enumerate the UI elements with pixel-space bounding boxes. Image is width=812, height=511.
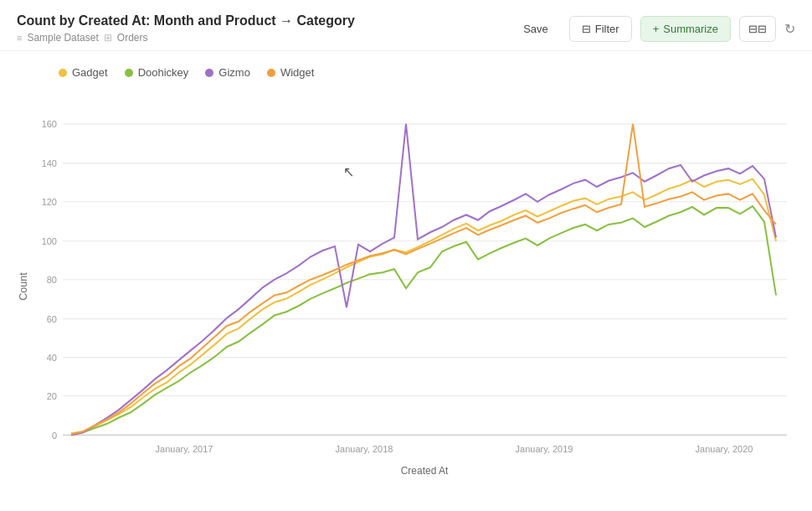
legend-label-doohickey: Doohickey: [138, 66, 189, 79]
group-icon: ⊟⊟: [748, 23, 767, 35]
group-button[interactable]: ⊟⊟: [739, 16, 776, 42]
legend-label-widget: Widget: [280, 66, 314, 79]
header-right: Save ⊟ Filter + Summarize ⊟⊟ ↻: [511, 16, 795, 42]
header: Count by Created At: Month and Product →…: [0, 0, 812, 51]
save-button[interactable]: Save: [511, 16, 561, 42]
legend-item-widget: Widget: [267, 66, 314, 79]
legend-dot-gizmo: [205, 69, 213, 77]
legend-item-doohickey: Doohickey: [125, 66, 189, 79]
main-chart-svg: Count 0 20 40 60 80 100 120 140 160: [17, 85, 795, 488]
header-left: Count by Created At: Month and Product →…: [17, 13, 355, 44]
line-doohickey: [71, 206, 776, 434]
breadcrumb-dataset[interactable]: Sample Dataset: [27, 32, 98, 44]
legend-item-gadget: Gadget: [59, 66, 108, 79]
svg-text:140: 140: [42, 158, 57, 168]
svg-text:80: 80: [47, 275, 57, 285]
svg-text:January, 2019: January, 2019: [516, 444, 573, 454]
refresh-button[interactable]: ↻: [784, 21, 795, 37]
legend-item-gizmo: Gizmo: [205, 66, 250, 79]
chart-area: Gadget Doohickey Gizmo Widget Count 0 20: [0, 51, 812, 488]
breadcrumb-icon-dataset: ≡: [17, 33, 22, 43]
svg-text:January, 2018: January, 2018: [336, 444, 393, 454]
svg-text:120: 120: [42, 197, 57, 207]
legend-dot-doohickey: [125, 69, 133, 77]
summarize-label: Summarize: [663, 23, 718, 35]
legend-label-gadget: Gadget: [72, 66, 108, 79]
breadcrumb-separator: ⊞: [104, 32, 112, 44]
svg-text:January, 2020: January, 2020: [696, 444, 753, 454]
svg-text:100: 100: [42, 236, 57, 246]
line-gadget: [71, 179, 776, 434]
svg-text:60: 60: [47, 314, 57, 324]
legend-label-gizmo: Gizmo: [218, 66, 250, 79]
svg-text:160: 160: [42, 119, 57, 129]
legend: Gadget Doohickey Gizmo Widget: [17, 59, 795, 85]
legend-dot-gadget: [59, 69, 67, 77]
svg-text:January, 2017: January, 2017: [156, 444, 213, 454]
filter-button[interactable]: ⊟ Filter: [569, 16, 632, 42]
svg-text:0: 0: [52, 430, 57, 440]
legend-dot-widget: [267, 69, 275, 77]
svg-text:Created At: Created At: [401, 465, 449, 477]
summarize-icon: +: [653, 23, 660, 35]
svg-text:40: 40: [47, 352, 57, 362]
breadcrumb: ≡ Sample Dataset ⊞ Orders: [17, 32, 355, 44]
svg-text:20: 20: [47, 390, 57, 400]
svg-text:Count: Count: [18, 272, 29, 301]
filter-icon: ⊟: [582, 23, 591, 35]
svg-text:↖: ↖: [343, 163, 354, 178]
filter-label: Filter: [595, 23, 619, 35]
breadcrumb-orders[interactable]: Orders: [117, 32, 148, 44]
page-title: Count by Created At: Month and Product →…: [17, 13, 355, 28]
summarize-button[interactable]: + Summarize: [640, 16, 731, 42]
chart-container: Count 0 20 40 60 80 100 120 140 160: [17, 85, 795, 488]
